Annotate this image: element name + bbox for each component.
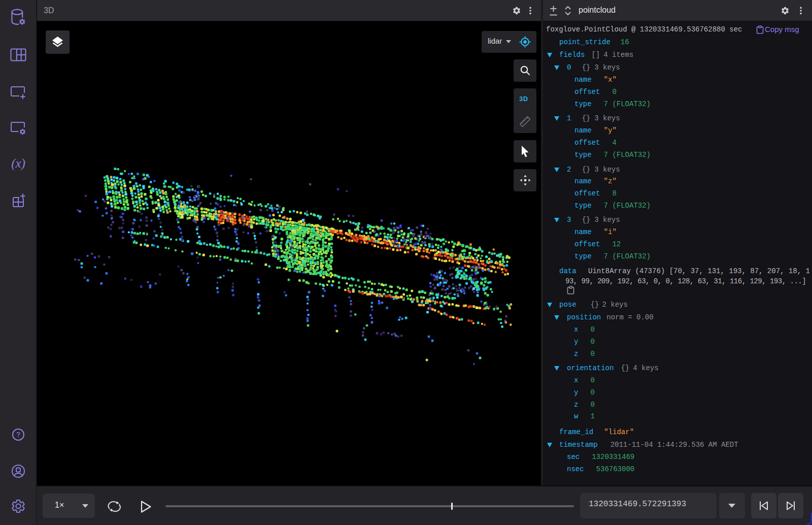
svg-text:?: ? <box>16 431 20 439</box>
